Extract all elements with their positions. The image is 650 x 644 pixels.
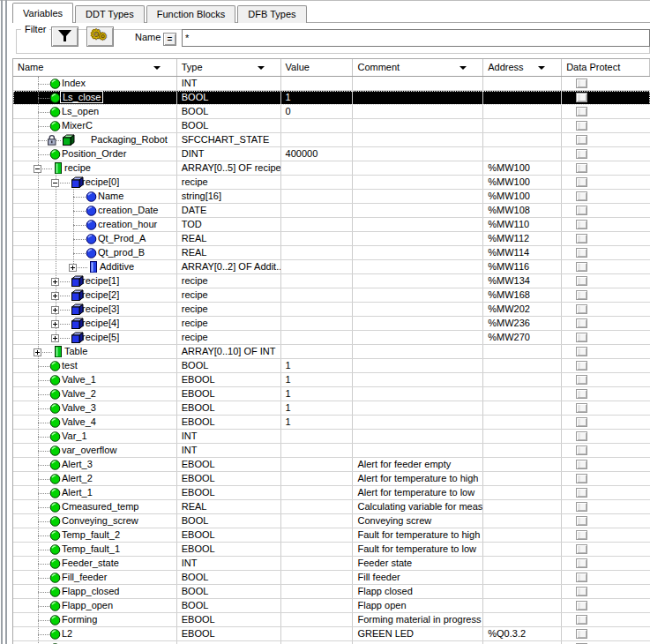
name-cell[interactable]: Packaging_Robot (13, 133, 177, 146)
data-protect-toggle[interactable] (576, 121, 587, 131)
type-cell[interactable]: DATE (177, 204, 281, 217)
filter-equals-button[interactable]: = (163, 33, 176, 46)
data-protect-toggle[interactable] (576, 460, 587, 469)
address-cell[interactable] (483, 401, 562, 415)
comment-cell[interactable] (353, 274, 483, 288)
value-cell[interactable]: 1 (281, 416, 354, 429)
data-protect-toggle[interactable] (576, 248, 587, 258)
table-row[interactable]: var_overflowINT (13, 444, 650, 458)
name-cell[interactable]: test (13, 359, 177, 372)
type-cell[interactable]: recipe (177, 288, 281, 302)
comment-cell[interactable]: GREEN LED (353, 627, 483, 640)
type-cell[interactable]: EBOOL (177, 401, 281, 415)
data-protect-toggle[interactable] (576, 558, 587, 568)
filter-settings-button[interactable]: ⚙⚙ (86, 26, 114, 47)
type-cell[interactable]: SFCCHART_STATE (177, 133, 281, 146)
name-cell[interactable]: recipe[2] (13, 288, 177, 302)
table-row[interactable]: MixerCBOOL (13, 119, 650, 133)
comment-cell[interactable] (353, 133, 483, 146)
address-cell[interactable]: %MW116 (483, 260, 562, 273)
sort-dropdown-icon[interactable] (538, 66, 545, 70)
type-cell[interactable]: BOOL (177, 599, 281, 612)
address-cell[interactable] (483, 458, 562, 471)
variable-name[interactable]: Packaging_Robot (89, 133, 169, 146)
table-row[interactable]: Namestring[16]%MW100 (13, 190, 650, 204)
table-row[interactable]: Conveying_screwBOOLConveying screw (13, 514, 650, 528)
table-row[interactable]: Qt_prod_BREAL%MW114 (13, 246, 650, 260)
table-row[interactable]: Valve_1EBOOL1 (13, 373, 650, 387)
table-row[interactable]: recipe[1]recipe%MW134 (13, 274, 650, 288)
comment-cell[interactable] (353, 161, 483, 175)
name-cell[interactable]: Qt_prod_B (13, 246, 177, 259)
value-cell[interactable] (281, 430, 354, 443)
comment-cell[interactable]: Fill feeder (353, 571, 483, 584)
data-protect-toggle[interactable] (576, 361, 587, 371)
address-cell[interactable] (483, 472, 562, 485)
table-row[interactable]: recipe[5]recipe%MW270 (13, 331, 650, 345)
comment-cell[interactable]: Forming material in progress (353, 613, 483, 626)
variable-name[interactable]: MixerC (60, 119, 94, 131)
type-cell[interactable]: INT (177, 557, 281, 570)
address-cell[interactable] (483, 133, 562, 146)
table-row[interactable]: Ls_closeBOOL1 (13, 91, 650, 105)
name-cell[interactable]: Temp_fault_2 (13, 528, 177, 542)
comment-cell[interactable] (353, 246, 483, 259)
table-row[interactable]: Fill_feederBOOLFill feeder (13, 571, 650, 585)
data-protect-toggle[interactable] (576, 220, 587, 229)
table-row[interactable]: Temp_fault_1EBOOLFault for temperature t… (13, 543, 650, 557)
name-cell[interactable]: Position_Order (13, 147, 177, 161)
variable-name[interactable]: Temp_fault_2 (60, 528, 122, 541)
comment-cell[interactable] (353, 317, 483, 330)
value-cell[interactable] (281, 274, 354, 288)
value-cell[interactable] (281, 161, 354, 175)
tab-function-blocks[interactable]: Function Blocks (146, 5, 236, 23)
variable-name[interactable]: Name (96, 190, 125, 202)
type-cell[interactable]: INT (177, 77, 281, 90)
table-row[interactable]: Position_OrderDINT400000 (13, 147, 650, 161)
data-protect-toggle[interactable] (576, 304, 587, 314)
name-cell[interactable]: Cmeasured_temp (13, 500, 177, 513)
table-row[interactable]: AdditiveARRAY[0..2] OF Addit...%MW116 (13, 260, 650, 274)
type-cell[interactable]: REAL (177, 500, 281, 513)
comment-cell[interactable] (353, 119, 483, 132)
variable-name[interactable]: recipe[2] (80, 288, 121, 301)
value-cell[interactable] (281, 218, 354, 231)
value-cell[interactable]: 1 (281, 359, 354, 372)
value-cell[interactable] (281, 190, 354, 203)
column-header-type[interactable]: Type (177, 59, 281, 76)
comment-cell[interactable]: Fault for temperature to low (353, 543, 483, 556)
variable-name[interactable]: Additive (98, 260, 136, 273)
data-protect-toggle[interactable] (576, 488, 587, 498)
variable-name[interactable]: Forming (60, 613, 99, 625)
comment-cell[interactable] (353, 260, 483, 273)
value-cell[interactable]: 400000 (281, 147, 354, 161)
variable-name[interactable]: Alert_1 (60, 486, 94, 498)
value-cell[interactable] (281, 345, 354, 358)
name-cell[interactable]: var_overflow (13, 444, 177, 457)
name-cell[interactable]: recipe[5] (13, 331, 177, 344)
type-cell[interactable]: recipe (177, 274, 281, 288)
name-cell[interactable]: creation_Date (13, 204, 177, 217)
value-cell[interactable] (281, 557, 354, 570)
address-cell[interactable]: %MW168 (483, 288, 562, 302)
value-cell[interactable] (281, 133, 354, 146)
variable-name[interactable]: var_overflow (60, 444, 118, 456)
name-cell[interactable]: Ls_open (13, 105, 177, 118)
address-cell[interactable]: %MW114 (483, 246, 562, 259)
name-cell[interactable]: Var_1 (13, 430, 177, 443)
comment-cell[interactable] (353, 387, 483, 401)
table-row[interactable]: Ls_openBOOL0 (13, 105, 650, 119)
table-row[interactable]: Valve_2EBOOL1 (13, 387, 650, 401)
comment-cell[interactable] (353, 430, 483, 443)
name-cell[interactable]: Ls_close (13, 91, 177, 104)
name-cell[interactable]: L2 (13, 627, 177, 640)
value-cell[interactable] (281, 543, 354, 556)
table-row[interactable]: Temp_fault_2EBOOLFault for temperature t… (13, 528, 650, 543)
name-cell[interactable]: Additive (13, 260, 177, 273)
variable-name[interactable]: Fill_feeder (60, 571, 108, 583)
name-cell[interactable]: Temp_fault_1 (13, 543, 177, 556)
value-cell[interactable] (281, 317, 354, 330)
name-cell[interactable]: Name (13, 190, 177, 203)
address-cell[interactable] (483, 77, 562, 90)
type-cell[interactable]: string[16] (177, 190, 281, 203)
